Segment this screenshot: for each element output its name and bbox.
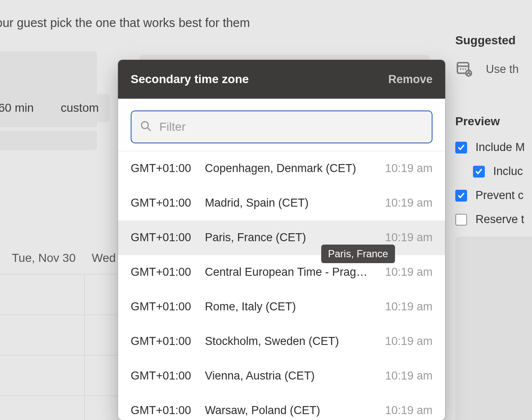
preview-heading: Preview xyxy=(455,115,532,128)
calendar-day-label: Wed xyxy=(91,251,116,265)
svg-point-4 xyxy=(465,68,466,70)
svg-point-2 xyxy=(460,68,461,70)
right-sidebar: Suggested Use th Preview Include MIncluc… xyxy=(455,34,532,420)
calendar-user-icon xyxy=(455,60,472,78)
timezone-item[interactable]: GMT+01:00Rome, Italy (CET)10:19 am xyxy=(118,290,445,324)
timezone-city: Paris, France (CET) xyxy=(205,231,378,244)
preview-option-label: Include M xyxy=(476,141,525,154)
timezone-city: Stockholm, Sweden (CET) xyxy=(205,335,378,348)
timezone-item[interactable]: GMT+01:00Central European Time - Prag…10… xyxy=(118,255,445,290)
timezone-time: 10:19 am xyxy=(385,404,433,417)
preview-option-row[interactable]: Incluc xyxy=(473,165,532,178)
timezone-item[interactable]: GMT+01:00Warsaw, Poland (CET)10:19 am xyxy=(118,393,445,420)
timezone-city: Madrid, Spain (CET) xyxy=(205,197,378,210)
suggested-use-row[interactable]: Use th xyxy=(455,60,532,78)
timezone-offset: GMT+01:00 xyxy=(131,369,198,382)
timezone-time: 10:19 am xyxy=(385,266,433,279)
timezone-city: Rome, Italy (CET) xyxy=(205,300,378,313)
calendar-grid[interactable] xyxy=(0,274,118,420)
timezone-item[interactable]: GMT+01:00Copenhagen, Denmark (CET)10:19 … xyxy=(118,151,445,186)
timezone-item[interactable]: GMT+01:00Paris, France (CET)10:19 am xyxy=(118,221,445,255)
checkbox[interactable] xyxy=(455,142,467,153)
preview-option-label: Reserve t xyxy=(476,213,524,226)
filter-wrap xyxy=(118,99,445,151)
timezone-popover: Secondary time zone Remove GMT+01:00Cope… xyxy=(118,60,445,420)
timezone-city: Central European Time - Prag… xyxy=(205,266,378,279)
preview-option-row[interactable]: Reserve t xyxy=(455,213,532,226)
timezone-time: 10:19 am xyxy=(385,197,433,210)
timezone-offset: GMT+01:00 xyxy=(131,266,198,279)
timezone-offset: GMT+01:00 xyxy=(131,197,198,210)
timezone-time: 10:19 am xyxy=(385,162,433,175)
duration-custom[interactable]: custom xyxy=(50,94,110,122)
preview-option-row[interactable]: Prevent c xyxy=(455,189,532,202)
timezone-city: Vienna, Austria (CET) xyxy=(205,369,378,382)
popover-titlebar: Secondary time zone Remove xyxy=(118,60,445,99)
calendar-day-label: Tue, Nov 30 xyxy=(12,251,75,265)
timezone-city: Copenhagen, Denmark (CET) xyxy=(205,162,378,175)
calendar-day-headers: Tue, Nov 30 Wed xyxy=(12,251,116,265)
popover-title: Secondary time zone xyxy=(131,73,249,86)
timezone-offset: GMT+01:00 xyxy=(131,162,198,175)
timezone-list: GMT+01:00Copenhagen, Denmark (CET)10:19 … xyxy=(118,151,445,420)
timezone-time: 10:19 am xyxy=(385,231,433,244)
remove-button[interactable]: Remove xyxy=(388,73,433,86)
svg-line-8 xyxy=(148,128,150,131)
duration-60min[interactable]: 60 min xyxy=(0,94,45,122)
timezone-offset: GMT+01:00 xyxy=(131,300,198,313)
suggested-heading: Suggested xyxy=(455,34,532,47)
preview-option-label: Prevent c xyxy=(476,189,524,202)
tooltip: Paris, France xyxy=(321,245,395,263)
svg-point-3 xyxy=(462,68,464,70)
checkbox[interactable] xyxy=(455,190,467,202)
timezone-item[interactable]: GMT+01:00Vienna, Austria (CET)10:19 am xyxy=(118,359,445,393)
preview-option-row[interactable]: Include M xyxy=(455,141,532,154)
preview-option-label: Incluc xyxy=(493,165,523,178)
timezone-time: 10:19 am xyxy=(385,335,433,348)
duration-options: 60 min custom xyxy=(0,94,110,122)
timezone-time: 10:19 am xyxy=(385,300,433,313)
page-subtitle: our guest pick the one that works best f… xyxy=(0,16,250,30)
checkbox[interactable] xyxy=(473,166,485,178)
search-icon xyxy=(140,120,152,134)
timezone-time: 10:19 am xyxy=(385,369,433,382)
preview-placeholder xyxy=(455,237,532,420)
filter-box[interactable] xyxy=(131,110,433,143)
timezone-item[interactable]: GMT+01:00Stockholm, Sweden (CET)10:19 am xyxy=(118,324,445,359)
filter-input[interactable] xyxy=(159,120,423,134)
timezone-item[interactable]: GMT+01:00Madrid, Spain (CET)10:19 am xyxy=(118,186,445,221)
left-panel-placeholder-2 xyxy=(0,131,97,150)
suggested-use-label: Use th xyxy=(486,63,519,75)
timezone-offset: GMT+01:00 xyxy=(131,231,198,244)
timezone-city: Warsaw, Poland (CET) xyxy=(205,404,378,417)
timezone-offset: GMT+01:00 xyxy=(131,335,198,348)
checkbox[interactable] xyxy=(455,214,467,226)
timezone-offset: GMT+01:00 xyxy=(131,404,198,417)
